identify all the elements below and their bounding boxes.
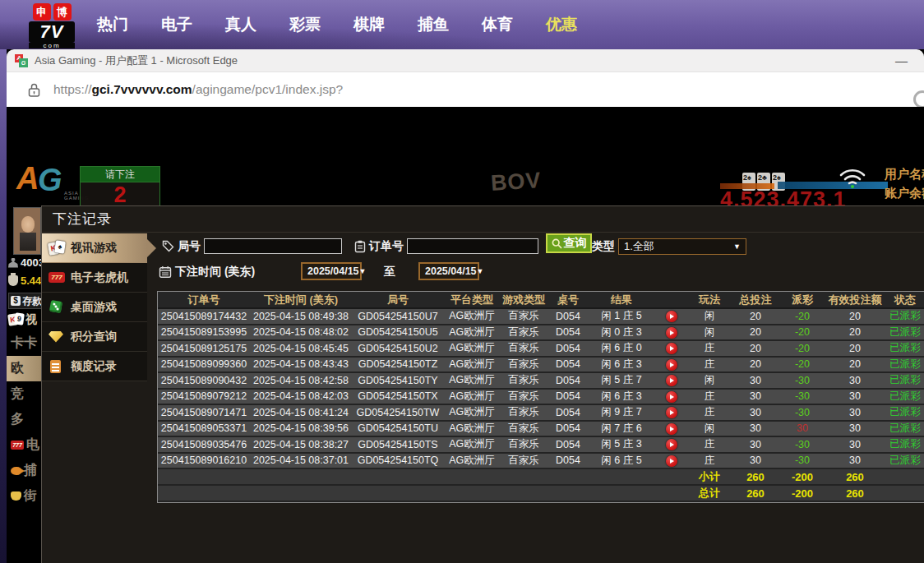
play-replay-icon[interactable] <box>666 359 677 371</box>
cell-status: 已派彩 <box>886 340 924 357</box>
url-bar[interactable]: https://gci.7vvvvvv.com/agingame/pcv1/in… <box>7 72 924 107</box>
cell-side: 庄 <box>689 389 730 405</box>
cell-valid: 30 <box>824 389 886 405</box>
user-avatar[interactable] <box>13 207 41 255</box>
sidebar-item-quota-records[interactable]: 额度记录 <box>42 352 147 381</box>
search-button-label: 查询 <box>564 236 587 251</box>
play-replay-icon[interactable] <box>666 423 677 435</box>
replay-cell <box>654 308 689 325</box>
url-bar-right-icon[interactable] <box>913 90 924 108</box>
sidebar-item-points[interactable]: 积分查询 <box>42 322 147 352</box>
slot-777-icon: 777 <box>11 441 24 450</box>
cell-game: 百家乐 <box>500 340 547 357</box>
column-header <box>654 292 689 308</box>
search-button[interactable]: 查询 <box>546 233 592 253</box>
column-header: 状态 <box>886 292 924 308</box>
username-label: 用户名称 <box>885 164 924 183</box>
nav-item[interactable]: 捕鱼 <box>418 14 449 35</box>
replay-cell <box>654 389 689 405</box>
nav-item[interactable]: 真人 <box>225 14 256 35</box>
cell-platform: AG欧洲厅 <box>444 389 500 405</box>
bet-records-modal: 下注记录 视讯游戏 777 电子老虎机 桌面游戏 积分查询 额度记录 <box>41 205 924 563</box>
column-header: 下注时间 (美东) <box>250 292 352 308</box>
chevron-down-icon: ▼ <box>477 267 484 275</box>
nav-item[interactable]: 体育 <box>482 14 513 35</box>
column-header: 桌号 <box>547 292 589 308</box>
cell-round: GD054254150TS <box>352 436 444 453</box>
cell-time: 2025-04-15 08:41:24 <box>250 404 352 421</box>
cell-platform: AG欧洲厅 <box>444 421 500 437</box>
replay-cell <box>654 372 689 389</box>
nav-item[interactable]: 彩票 <box>289 14 321 35</box>
cell-order: 250415089153995 <box>158 325 250 341</box>
cell-valid: 20 <box>824 308 886 325</box>
minimize-button[interactable]: — <box>895 53 908 67</box>
order-input[interactable] <box>407 238 538 254</box>
platform-select[interactable]: 1.全部 ▼ <box>618 238 746 255</box>
date-to-select[interactable]: 2025/04/15 ▼ <box>418 262 479 280</box>
screen: 申 博 7V com 热门电子真人彩票棋牌捕鱼体育优惠 AG Asia Gami… <box>0 0 924 563</box>
window-title: Asia Gaming - 用户配置 1 - Microsoft Edge <box>35 53 238 68</box>
column-header: 结果 <box>589 292 654 308</box>
person-icon <box>8 258 18 268</box>
cell-payout: -20 <box>781 340 824 357</box>
asia-gaming-logo: AG ASIA GAMING <box>16 161 82 202</box>
replay-cell <box>654 340 689 357</box>
cell-time: 2025-04-15 08:43:43 <box>250 357 352 373</box>
cell-valid: 30 <box>824 404 886 421</box>
cell-bet: 30 <box>730 389 781 405</box>
round-filter: 局号 <box>162 238 342 255</box>
table-row: 2504150891744322025-04-15 08:49:38GD0542… <box>158 308 924 325</box>
sidebar-item-video-games[interactable]: 视讯游戏 <box>42 233 147 263</box>
nav-item[interactable]: 优惠 <box>546 14 577 35</box>
subtotal-payout: -200 <box>781 468 824 485</box>
bet-prompt-label: 请下注 <box>81 167 159 182</box>
play-replay-icon[interactable] <box>666 407 677 418</box>
cell-game: 百家乐 <box>500 325 547 341</box>
round-input[interactable] <box>204 238 342 254</box>
cell-bet: 30 <box>730 453 781 469</box>
cell-platform: AG欧洲厅 <box>444 453 500 469</box>
cell-round: GD054254150TZ <box>352 357 444 373</box>
site-logo[interactable]: 申 博 7V com <box>29 3 75 48</box>
cell-game: 百家乐 <box>500 357 547 373</box>
table-row: 2504150890993602025-04-15 08:43:43GD0542… <box>158 357 924 373</box>
cell-side: 庄 <box>689 436 730 453</box>
wifi-icon <box>839 167 866 188</box>
replay-cell <box>654 404 689 421</box>
cell-payout: -30 <box>781 389 824 405</box>
nav-item[interactable]: 热门 <box>97 14 128 35</box>
play-replay-icon[interactable] <box>666 375 677 386</box>
play-replay-icon[interactable] <box>666 343 677 354</box>
cell-order: 250415089090432 <box>158 372 250 389</box>
cell-valid: 20 <box>824 325 886 341</box>
sidebar-item-table-games[interactable]: 桌面游戏 <box>42 293 147 322</box>
cell-time: 2025-04-15 08:45:45 <box>250 340 352 357</box>
total-bet: 260 <box>730 485 781 501</box>
cell-result: 闲 6 庄 3 <box>589 357 654 373</box>
nav-item[interactable]: 电子 <box>161 14 192 35</box>
cell-valid: 30 <box>824 453 886 469</box>
video-games-tab[interactable]: 视 <box>8 312 37 327</box>
play-replay-icon[interactable] <box>666 439 677 450</box>
total-valid: 260 <box>824 485 886 501</box>
play-replay-icon[interactable] <box>666 311 677 322</box>
logo-badge-bo: 博 <box>53 3 72 21</box>
play-replay-icon[interactable] <box>666 391 677 403</box>
cell-result: 闲 1 庄 5 <box>589 308 654 325</box>
cell-game: 百家乐 <box>500 421 547 437</box>
date-from-select[interactable]: 2025/04/15 ▼ <box>301 262 362 280</box>
cell-time: 2025-04-15 08:39:56 <box>250 421 352 437</box>
cell-status: 已派彩 <box>886 453 924 469</box>
play-replay-icon[interactable] <box>666 327 677 339</box>
url-domain: gci.7vvvvvv.com <box>92 82 192 96</box>
modal-sidebar: 视讯游戏 777 电子老虎机 桌面游戏 积分查询 额度记录 <box>42 233 147 381</box>
cell-payout: -30 <box>781 453 824 469</box>
play-replay-icon[interactable] <box>666 455 677 467</box>
nav-item[interactable]: 棋牌 <box>353 14 385 35</box>
subtotal-valid: 260 <box>824 468 886 485</box>
user-number-row: 4003 <box>8 256 44 269</box>
gem-icon <box>49 331 63 343</box>
balance-row: 5.44 <box>8 275 41 287</box>
sidebar-item-slots[interactable]: 777 电子老虎机 <box>42 263 147 293</box>
